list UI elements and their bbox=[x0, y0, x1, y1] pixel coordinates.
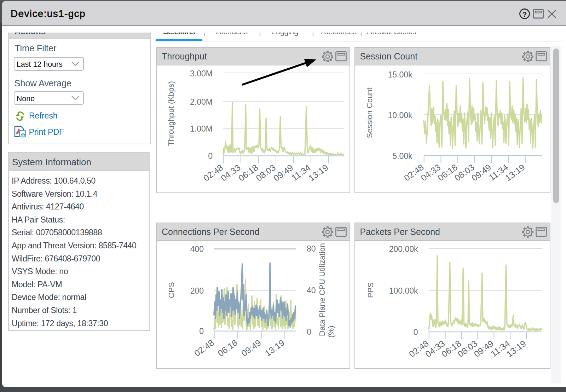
svg-text:Throughput (Kbps): Throughput (Kbps) bbox=[167, 81, 175, 146]
svg-text:?: ? bbox=[522, 10, 527, 18]
svg-text:13:19: 13:19 bbox=[263, 338, 286, 358]
svg-text:400: 400 bbox=[190, 244, 204, 254]
svg-text:04:33: 04:33 bbox=[219, 162, 242, 183]
svg-text:CPS: CPS bbox=[167, 282, 176, 298]
svg-text:(%): (%) bbox=[327, 325, 335, 338]
svg-text:02:48: 02:48 bbox=[202, 162, 225, 183]
svg-text:40: 40 bbox=[307, 286, 316, 295]
svg-text:0: 0 bbox=[414, 328, 418, 337]
svg-text:02:48: 02:48 bbox=[402, 162, 425, 183]
svg-text:5.00k: 5.00k bbox=[392, 151, 412, 161]
svg-text:3.00M: 3.00M bbox=[190, 69, 213, 78]
svg-text:1.00M: 1.00M bbox=[190, 124, 213, 133]
svg-text:15.00k: 15.00k bbox=[388, 70, 413, 79]
svg-text:11:34: 11:34 bbox=[290, 162, 312, 183]
svg-text:0: 0 bbox=[199, 327, 204, 336]
svg-text:04:33: 04:33 bbox=[419, 162, 442, 183]
svg-text:09:49: 09:49 bbox=[272, 162, 295, 183]
svg-text:Data Plane CPU Utilization: Data Plane CPU Utilization bbox=[318, 243, 327, 336]
svg-text:08:03: 08:03 bbox=[254, 162, 277, 183]
svg-text:0: 0 bbox=[307, 327, 311, 336]
svg-text:13:19: 13:19 bbox=[503, 162, 526, 183]
svg-text:09:49: 09:49 bbox=[470, 162, 493, 183]
svg-text:80: 80 bbox=[307, 244, 316, 253]
svg-text:09:49: 09:49 bbox=[239, 338, 262, 358]
svg-text:PPS: PPS bbox=[366, 282, 375, 298]
svg-text:0: 0 bbox=[208, 151, 213, 161]
svg-text:100.00k: 100.00k bbox=[389, 286, 418, 295]
svg-text:10.00k: 10.00k bbox=[388, 111, 413, 120]
svg-text:06:18: 06:18 bbox=[237, 162, 260, 183]
svg-text:06:18: 06:18 bbox=[216, 338, 239, 358]
svg-text:200: 200 bbox=[190, 286, 204, 295]
svg-text:02:48: 02:48 bbox=[192, 338, 215, 358]
svg-text:2.00M: 2.00M bbox=[190, 97, 213, 106]
svg-text:13:19: 13:19 bbox=[307, 162, 330, 183]
svg-text:06:18: 06:18 bbox=[436, 162, 459, 183]
svg-text:200.00k: 200.00k bbox=[389, 244, 418, 254]
svg-text:Session Count: Session Count bbox=[365, 87, 374, 138]
svg-text:08:03: 08:03 bbox=[453, 162, 476, 183]
